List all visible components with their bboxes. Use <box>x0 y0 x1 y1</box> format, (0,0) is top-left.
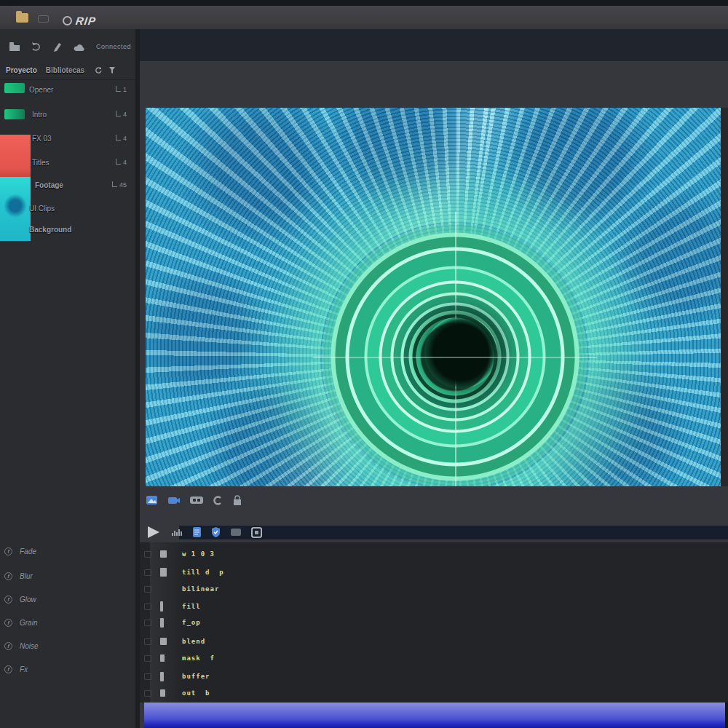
console-line: blend <box>182 638 205 645</box>
project-panel: Connected Proyecto Bibliotecas Opener 1 <box>0 29 135 728</box>
media-item-label: Intro <box>32 111 47 119</box>
render-bar-edge <box>725 703 728 728</box>
frame-icon[interactable] <box>230 527 242 537</box>
console-row[interactable]: blend <box>140 636 431 647</box>
logo-text: RIP <box>75 15 97 27</box>
filter-icon[interactable] <box>108 66 116 74</box>
media-item-badge: 4 <box>116 159 127 166</box>
effect-item[interactable]: f Grain <box>4 616 37 629</box>
console-line: till d p <box>182 569 224 576</box>
track-icon[interactable] <box>160 550 167 558</box>
effect-item[interactable]: f Fade <box>4 545 36 558</box>
track-ghost-icon <box>144 586 151 593</box>
curve-c-icon[interactable] <box>213 495 223 505</box>
window-icon[interactable] <box>38 15 49 23</box>
import-folder-icon[interactable] <box>9 41 20 52</box>
refresh-icon[interactable] <box>95 66 103 74</box>
cloud-sync-icon[interactable] <box>73 42 86 52</box>
console-row[interactable]: bilinear <box>140 583 431 595</box>
export-icon[interactable] <box>251 527 262 538</box>
effect-icon: f <box>4 572 12 580</box>
render-progress-bar[interactable] <box>144 703 725 728</box>
project-toolbar: Connected <box>0 33 135 60</box>
console-row[interactable]: fill <box>140 601 431 612</box>
media-item[interactable]: Opener 1 <box>0 86 135 102</box>
console-line: mask f <box>182 654 215 662</box>
track-icon[interactable] <box>160 654 165 662</box>
effect-label: Blur <box>20 572 33 580</box>
console-row[interactable]: out b <box>140 687 431 699</box>
track-ghost-icon <box>144 604 151 610</box>
track-ghost-icon <box>144 551 151 558</box>
console-row[interactable]: till d p <box>140 566 431 578</box>
effect-item[interactable]: f Noise <box>4 639 39 652</box>
monitor-toolbar <box>146 491 243 510</box>
effect-label: Fx <box>20 665 28 673</box>
camera-icon[interactable] <box>167 495 181 505</box>
track-ghost-icon <box>144 690 151 697</box>
media-item-label: Opener <box>29 86 53 94</box>
track-icon[interactable] <box>160 689 165 697</box>
media-item[interactable]: Footage 45 <box>0 181 135 197</box>
film-icon[interactable] <box>189 495 204 505</box>
program-monitor-image[interactable] <box>146 108 721 486</box>
project-tabs: Proyecto Bibliotecas <box>0 61 135 80</box>
app-window: RIP Connected Proyecto Bibliotecas <box>0 0 728 728</box>
header-band <box>140 29 728 61</box>
effect-label: Glow <box>20 596 36 604</box>
effect-icon: f <box>4 619 12 627</box>
effect-item[interactable]: f Blur <box>4 569 33 582</box>
media-item[interactable]: Intro 4 <box>0 111 135 127</box>
clip-icon[interactable] <box>146 494 159 506</box>
pen-tool-icon[interactable] <box>52 41 63 52</box>
console-row[interactable]: f_op <box>140 617 431 628</box>
console-row[interactable]: buffer <box>140 670 431 682</box>
console-line: f_op <box>182 619 201 626</box>
media-item[interactable]: UI Clips <box>0 205 135 221</box>
fractal-hole-graphic <box>424 316 497 389</box>
waveform-icon[interactable] <box>171 528 183 537</box>
track-icon[interactable] <box>160 618 164 628</box>
track-icon[interactable] <box>160 601 163 612</box>
folder-icon[interactable] <box>16 13 28 23</box>
undo-arrow-icon[interactable] <box>31 41 42 52</box>
media-item[interactable]: Background <box>0 226 135 242</box>
console-line: bilinear <box>182 585 219 593</box>
effect-icon: f <box>4 642 12 650</box>
media-item-label: UI Clips <box>29 205 55 213</box>
console-line: buffer <box>182 673 210 680</box>
logo-mark-icon <box>63 16 72 25</box>
media-item-badge: 45 <box>112 181 127 189</box>
track-icon[interactable] <box>160 672 164 681</box>
tab-libraries[interactable]: Bibliotecas <box>46 66 84 74</box>
play-icon[interactable] <box>146 525 162 539</box>
track-icon[interactable] <box>160 568 167 577</box>
sync-status-label: Connected <box>96 43 131 50</box>
console-line: w 1 0 3 <box>182 550 215 558</box>
console-row[interactable]: mask f <box>140 652 431 664</box>
effect-icon: f <box>4 665 12 673</box>
document-icon[interactable] <box>192 526 202 538</box>
track-ghost-icon <box>144 638 151 645</box>
media-item[interactable]: FX 03 4 <box>0 135 135 151</box>
media-item-badge: 1 <box>116 86 127 93</box>
tab-action-icons <box>95 66 116 74</box>
effect-icon: f <box>4 596 12 604</box>
track-icon[interactable] <box>160 638 167 645</box>
effect-item[interactable]: f Fx <box>4 662 28 676</box>
top-edge-strip <box>0 0 728 6</box>
console-row[interactable]: w 1 0 3 <box>140 548 431 560</box>
main-area: w 1 0 3 till d p bilinear fill f_op <box>140 29 728 728</box>
lock-icon[interactable] <box>232 495 243 506</box>
console-panel: w 1 0 3 till d p bilinear fill f_op <box>140 542 728 703</box>
console-line: out b <box>182 689 210 697</box>
app-logo: RIP <box>63 15 96 27</box>
tab-project[interactable]: Proyecto <box>6 66 37 74</box>
viewer-right-gutter <box>721 108 728 486</box>
effect-item[interactable]: f Glow <box>4 593 36 606</box>
effect-icon: f <box>4 547 12 555</box>
media-item[interactable]: Titles 4 <box>0 159 135 175</box>
shield-icon[interactable] <box>211 526 221 538</box>
media-item-label: Footage <box>35 181 63 189</box>
fractal-ring-graphic <box>320 222 590 486</box>
